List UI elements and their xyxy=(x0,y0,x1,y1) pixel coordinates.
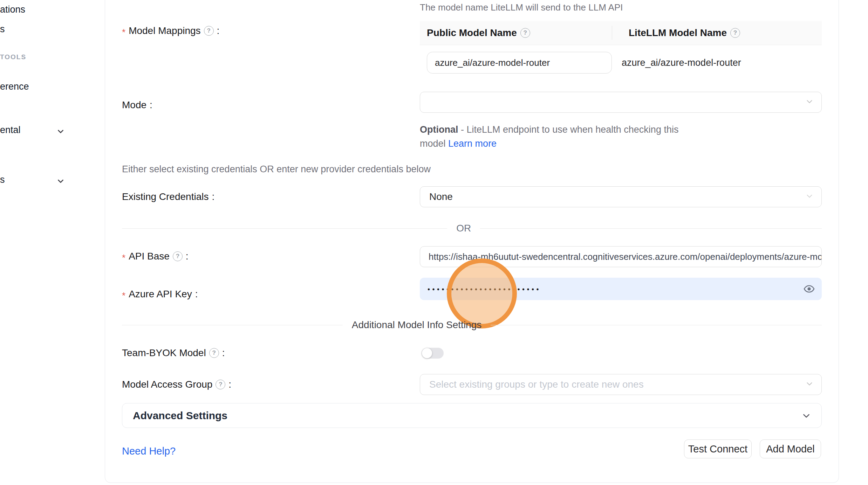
help-icon[interactable]: ? xyxy=(173,251,183,261)
chevron-down-icon xyxy=(805,379,814,390)
advanced-settings-panel[interactable]: Advanced Settings xyxy=(122,403,822,428)
mode-label-text: Mode xyxy=(122,99,146,111)
colon: : xyxy=(212,191,214,202)
divider-line xyxy=(122,325,343,325)
existing-credentials-value: None xyxy=(429,191,453,202)
masked-password-dots: •••••••••••••••••••••••• xyxy=(428,285,541,293)
model-name-helper-text: The model name LiteLLM will send to the … xyxy=(420,2,623,13)
public-model-name-input[interactable]: azure_ai/azure-model-router xyxy=(427,52,612,74)
toggle-knob xyxy=(422,348,432,358)
table-header-row: Public Model Name ? LiteLLM Model Name ? xyxy=(420,21,822,45)
azure-api-key-label: * Azure API Key : xyxy=(122,289,198,300)
help-icon[interactable]: ? xyxy=(209,348,219,358)
azure-api-key-input[interactable]: •••••••••••••••••••••••• xyxy=(420,278,822,300)
sidebar-item-inference[interactable]: erence xyxy=(0,81,29,92)
or-divider-label: OR xyxy=(456,223,471,234)
column-divider xyxy=(612,26,612,40)
litellm-model-name-value: azure_ai/azure-model-router xyxy=(622,57,741,68)
existing-credentials-select[interactable]: None xyxy=(420,186,822,207)
add-model-button[interactable]: Add Model xyxy=(760,439,821,458)
mode-helper-text: Optional - LiteLLM endpoint to use when … xyxy=(420,123,706,151)
help-icon[interactable]: ? xyxy=(730,28,740,38)
need-help-link[interactable]: Need Help? xyxy=(122,445,176,457)
existing-credentials-label-text: Existing Credentials xyxy=(122,191,209,202)
model-mappings-label-text: Model Mappings xyxy=(129,25,200,36)
sidebar-section-tools: TOOLS xyxy=(0,53,26,61)
api-base-label: * API Base ? : xyxy=(122,251,189,262)
or-divider: OR xyxy=(122,223,822,234)
optional-bold: Optional xyxy=(420,124,458,135)
model-access-group-label-text: Model Access Group xyxy=(122,379,212,390)
api-base-input[interactable]: https://ishaa-mh6uutut-swedencentral.cog… xyxy=(420,246,822,267)
column-header-litellm-model-name: LiteLLM Model Name ? xyxy=(622,27,740,39)
additional-settings-divider-label: Additional Model Info Settings xyxy=(352,319,481,331)
colon: : xyxy=(195,289,198,300)
column-header-text: Public Model Name xyxy=(427,27,517,39)
colon: : xyxy=(222,347,225,359)
mode-label: Mode : xyxy=(122,99,152,111)
team-byok-label-text: Team-BYOK Model xyxy=(122,347,206,359)
chevron-down-icon xyxy=(801,410,812,421)
model-mappings-table: Public Model Name ? LiteLLM Model Name ? xyxy=(420,21,822,45)
sidebar-item-models[interactable]: s xyxy=(0,24,5,35)
existing-credentials-label: Existing Credentials : xyxy=(122,191,214,202)
help-icon[interactable]: ? xyxy=(216,380,225,389)
chevron-down-icon xyxy=(805,97,814,108)
model-access-group-select[interactable]: Select existing groups or type to create… xyxy=(420,374,822,395)
model-access-group-label: Model Access Group ? : xyxy=(122,379,231,390)
divider-line xyxy=(491,325,822,325)
team-byok-toggle[interactable] xyxy=(422,348,444,359)
mode-select[interactable] xyxy=(420,92,822,113)
required-mark: * xyxy=(122,291,125,300)
credentials-note: Either select existing credentials OR en… xyxy=(122,164,431,175)
learn-more-link[interactable]: Learn more xyxy=(448,138,497,149)
sidebar-item-organizations[interactable]: ations xyxy=(0,4,25,15)
colon: : xyxy=(150,99,152,111)
model-mappings-label: * Model Mappings ? : xyxy=(122,25,219,36)
azure-api-key-label-text: Azure API Key xyxy=(129,289,192,300)
required-mark: * xyxy=(122,28,125,37)
colon: : xyxy=(186,251,189,262)
colon: : xyxy=(217,25,220,36)
colon: : xyxy=(228,379,231,390)
test-connect-button[interactable]: Test Connect xyxy=(684,439,752,458)
model-access-group-placeholder: Select existing groups or type to create… xyxy=(429,379,644,390)
eye-icon[interactable] xyxy=(804,284,815,293)
chevron-down-icon xyxy=(805,191,814,202)
api-base-value: https://ishaa-mh6uutut-swedencentral.cog… xyxy=(429,251,822,262)
column-header-public-model-name: Public Model Name ? xyxy=(420,27,622,39)
help-icon[interactable]: ? xyxy=(204,26,214,36)
team-byok-label: Team-BYOK Model ? : xyxy=(122,347,225,359)
chevron-down-icon[interactable] xyxy=(56,176,65,186)
add-model-page: ations s TOOLS erence ental s The model … xyxy=(0,0,868,485)
divider-line xyxy=(480,228,822,229)
sidebar-item-experimental[interactable]: ental xyxy=(0,125,21,136)
required-mark: * xyxy=(122,253,125,262)
api-base-label-text: API Base xyxy=(129,251,170,262)
help-icon[interactable]: ? xyxy=(520,28,530,38)
additional-settings-divider: Additional Model Info Settings xyxy=(122,319,822,331)
column-header-text: LiteLLM Model Name xyxy=(629,27,727,39)
advanced-settings-title: Advanced Settings xyxy=(133,410,227,422)
sidebar-item-settings[interactable]: s xyxy=(0,174,5,185)
divider-line xyxy=(122,228,447,229)
chevron-down-icon[interactable] xyxy=(56,127,65,136)
